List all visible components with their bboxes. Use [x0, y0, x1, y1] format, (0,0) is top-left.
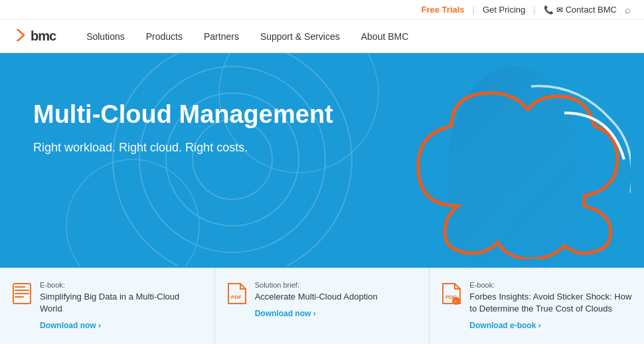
ebook-icon-1	[12, 282, 32, 310]
card-1: E-book: Simplifying Big Data in a Multi-…	[0, 268, 215, 344]
nav-products[interactable]: Products	[135, 20, 193, 53]
card-3-category: E-book:	[469, 281, 632, 289]
pdf-icon-1: PDF	[227, 282, 247, 310]
hero-banner: Multi-Cloud Management Right workload. R…	[0, 53, 644, 266]
card-1-link[interactable]: Download now ›	[40, 321, 101, 330]
card-1-title: Simplifying Big Data in a Multi-Cloud Wo…	[40, 291, 202, 315]
nav-partners[interactable]: Partners	[193, 20, 250, 53]
navbar: bmc Solutions Products Partners Support …	[0, 20, 644, 53]
card-2-inner: PDF Solution brief: Accelerate Multi-Clo…	[227, 281, 418, 319]
card-1-category: E-book:	[40, 281, 202, 289]
free-trials-link[interactable]: Free Trials	[422, 5, 465, 15]
nav-solutions[interactable]: Solutions	[76, 20, 135, 53]
cards-row: E-book: Simplifying Big Data in a Multi-…	[0, 266, 644, 344]
nav-links: Solutions Products Partners Support & Se…	[76, 20, 419, 53]
nav-support[interactable]: Support & Services	[250, 20, 351, 53]
logo-text: bmc	[31, 29, 56, 44]
svg-point-6	[66, 159, 199, 266]
bottom-text-section: Make all clouds better with products and…	[0, 344, 644, 362]
pdf-icon-2: PDF +	[442, 282, 461, 310]
card-3-inner: PDF + E-book: Forbes Insights: Avoid Sti…	[442, 281, 632, 331]
top-bar-divider2: |	[533, 5, 535, 15]
hero-illustration	[365, 53, 644, 266]
card-2-category: Solution brief:	[255, 281, 378, 289]
contact-bmc-group: Contact BMC	[544, 5, 617, 15]
card-3: PDF + E-book: Forbes Insights: Avoid Sti…	[430, 268, 644, 344]
nav-about[interactable]: About BMC	[351, 20, 420, 53]
get-pricing-link[interactable]: Get Pricing	[483, 5, 525, 15]
svg-rect-11	[15, 296, 24, 298]
cloud-illustration	[405, 73, 631, 259]
card-3-title: Forbes Insights: Avoid Sticker Shock: Ho…	[469, 291, 632, 315]
card-3-content: E-book: Forbes Insights: Avoid Sticker S…	[469, 281, 632, 331]
top-bar-divider: |	[473, 5, 475, 15]
logo[interactable]: bmc	[13, 28, 56, 45]
top-bar-links: Free Trials | Get Pricing | Contact BMC …	[422, 4, 631, 15]
svg-text:+: +	[454, 299, 457, 304]
card-2-content: Solution brief: Accelerate Multi-Cloud A…	[255, 281, 378, 319]
svg-rect-8	[15, 286, 25, 288]
svg-marker-0	[16, 29, 25, 41]
search-icon[interactable]: ⌕	[625, 4, 631, 15]
svg-rect-9	[15, 290, 29, 291]
card-1-content: E-book: Simplifying Big Data in a Multi-…	[40, 281, 202, 331]
card-2: PDF Solution brief: Accelerate Multi-Clo…	[215, 268, 430, 344]
svg-rect-10	[15, 293, 29, 294]
card-2-title: Accelerate Multi-Cloud Adoption	[255, 291, 378, 303]
svg-text:PDF: PDF	[231, 294, 242, 300]
card-1-inner: E-book: Simplifying Big Data in a Multi-…	[12, 281, 202, 331]
mail-icon	[556, 5, 563, 15]
phone-icon	[544, 5, 554, 15]
card-3-link[interactable]: Download e-book ›	[469, 321, 540, 330]
contact-bmc-link[interactable]: Contact BMC	[566, 5, 617, 15]
card-2-link[interactable]: Download now ›	[255, 309, 316, 318]
logo-icon	[13, 28, 28, 45]
top-bar: Free Trials | Get Pricing | Contact BMC …	[0, 0, 644, 20]
